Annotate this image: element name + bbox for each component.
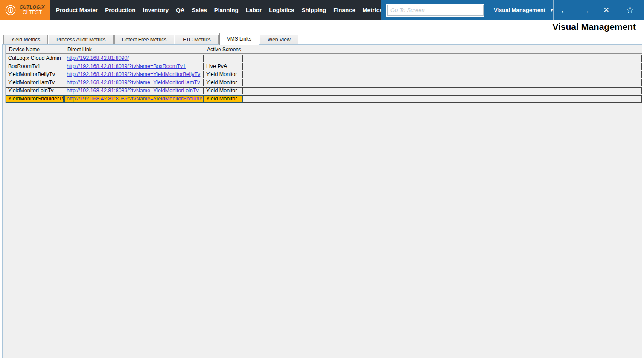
filler-cell	[243, 71, 642, 78]
active-screens-cell[interactable]	[204, 55, 243, 62]
device-links-grid: Device Name Direct Link Active Screens C…	[5, 45, 642, 103]
column-header-filler	[243, 46, 642, 54]
page-title: Visual Management	[552, 21, 636, 33]
device-name-cell[interactable]: CutLogix Cloud Admin	[6, 55, 64, 62]
menu-item[interactable]: Metrics	[362, 7, 382, 13]
table-row[interactable]: YieldMonitorHamTv http://192.168.42.81:8…	[6, 79, 642, 86]
menu-item[interactable]: Sales	[192, 7, 207, 13]
active-screens-cell[interactable]: Yield Monitor	[204, 79, 243, 86]
column-header-active-screens[interactable]: Active Screens	[204, 46, 243, 54]
direct-link[interactable]: http://192.168.42.81:8089/?tvName=YieldM…	[67, 88, 199, 94]
cutlogix-brain-logo-icon	[5, 4, 16, 16]
logo-text: CUTLOGIX CLTEST	[20, 5, 45, 16]
table-row[interactable]: YieldMonitorShoulderTv http://192.168.42…	[6, 95, 642, 103]
direct-link[interactable]: http://192.168.42.81:8090/	[67, 55, 129, 61]
active-screens-cell[interactable]: Live PvA	[204, 63, 243, 70]
device-name-cell[interactable]: YieldMonitorHamTv	[6, 79, 64, 86]
menu-item[interactable]: Planning	[214, 7, 239, 13]
device-name-cell[interactable]: YieldMonitorLoinTv	[6, 87, 64, 94]
favorite-star-icon[interactable]: ☆	[626, 6, 634, 15]
back-arrow-icon[interactable]: ←	[560, 6, 568, 15]
table-row[interactable]: BoxRoomTv1 http://192.168.42.81:8089/?tv…	[6, 63, 642, 70]
direct-link-cell[interactable]: http://192.168.42.81:8089/?tvName=YieldM…	[64, 95, 204, 103]
menu-item[interactable]: Logistics	[269, 7, 294, 13]
menu-item[interactable]: Product Master	[56, 7, 98, 13]
menu-item[interactable]: Production	[105, 7, 135, 13]
direct-link-cell[interactable]: http://192.168.42.81:8089/?tvName=BoxRoo…	[64, 63, 204, 70]
table-body: CutLogix Cloud Admin http://192.168.42.8…	[6, 55, 642, 103]
close-icon[interactable]: ✕	[603, 6, 609, 14]
brand-name: CUTLOGIX	[20, 5, 45, 10]
column-header-device-name[interactable]: Device Name	[6, 46, 64, 54]
device-name-cell[interactable]: BoxRoomTv1	[6, 63, 64, 70]
vms-links-panel: Device Name Direct Link Active Screens C…	[2, 44, 642, 358]
direct-link[interactable]: http://192.168.42.81:8089/?tvName=YieldM…	[67, 79, 200, 85]
device-name-cell[interactable]: YieldMonitorShoulderTv	[6, 95, 64, 103]
direct-link-cell[interactable]: http://192.168.42.81:8090/	[64, 55, 204, 62]
top-bar-right: Visual Management ▼ ← → ✕ ☆	[381, 0, 644, 20]
tab[interactable]: Web View	[260, 35, 298, 44]
table-row[interactable]: YieldMonitorLoinTv http://192.168.42.81:…	[6, 87, 642, 94]
table-row[interactable]: CutLogix Cloud Admin http://192.168.42.8…	[6, 55, 642, 62]
main-menu: Product MasterProductionInventoryQASales…	[50, 0, 381, 20]
navigation-buttons: ← → ✕	[554, 6, 616, 15]
header-row: Device Name Direct Link Active Screens	[6, 46, 642, 54]
tab[interactable]: Defect Free Metrics	[114, 35, 175, 44]
go-to-screen-input[interactable]	[386, 4, 484, 17]
screen-selector-dropdown[interactable]: Visual Management ▼	[488, 7, 553, 13]
menu-item[interactable]: Inventory	[143, 7, 169, 13]
direct-link[interactable]: http://192.168.42.81:8089/?tvName=YieldM…	[67, 96, 204, 102]
top-bar: CUTLOGIX CLTEST Product MasterProduction…	[0, 0, 644, 20]
tab[interactable]: Yield Metrics	[3, 35, 48, 44]
active-screens-cell[interactable]: Yield Monitor	[204, 87, 243, 94]
device-name-cell[interactable]: YieldMonitorBellyTv	[6, 71, 64, 78]
divider	[488, 0, 488, 20]
tab-strip: Yield MetricsProcess Audit MetricsDefect…	[3, 32, 299, 44]
direct-link[interactable]: http://192.168.42.81:8089/?tvName=BoxRoo…	[67, 63, 186, 69]
active-screens-cell[interactable]: Yield Monitor	[204, 71, 243, 78]
menu-item[interactable]: Finance	[333, 7, 355, 13]
active-screens-cell[interactable]: Yield Monitor	[204, 95, 243, 103]
menu-item[interactable]: QA	[176, 7, 184, 13]
divider	[616, 0, 616, 20]
direct-link-cell[interactable]: http://192.168.42.81:8089/?tvName=YieldM…	[64, 79, 204, 86]
environment-label: CLTEST	[23, 10, 42, 15]
filler-cell	[243, 87, 642, 94]
tab[interactable]: Process Audit Metrics	[49, 35, 113, 44]
column-header-direct-link[interactable]: Direct Link	[64, 46, 204, 54]
filler-cell	[243, 63, 642, 70]
app-logo: CUTLOGIX CLTEST	[0, 0, 50, 20]
forward-arrow-icon[interactable]: →	[582, 6, 590, 15]
direct-link-cell[interactable]: http://192.168.42.81:8089/?tvName=YieldM…	[64, 71, 204, 78]
filler-cell	[243, 79, 642, 86]
direct-link[interactable]: http://192.168.42.81:8089/?tvName=YieldM…	[67, 71, 200, 77]
menu-item[interactable]: Shipping	[302, 7, 326, 13]
tab[interactable]: VMS Links	[219, 33, 259, 45]
favorite-group: ☆	[616, 6, 644, 15]
divider	[553, 0, 554, 20]
table-row[interactable]: YieldMonitorBellyTv http://192.168.42.81…	[6, 71, 642, 78]
menu-item[interactable]: Labor	[246, 7, 262, 13]
device-links-table: Device Name Direct Link Active Screens C…	[6, 45, 642, 103]
filler-cell	[243, 95, 642, 103]
direct-link-cell[interactable]: http://192.168.42.81:8089/?tvName=YieldM…	[64, 87, 204, 94]
filler-cell	[243, 55, 642, 62]
tab[interactable]: FTC Metrics	[175, 35, 218, 44]
screen-selector-label: Visual Management	[494, 7, 545, 13]
